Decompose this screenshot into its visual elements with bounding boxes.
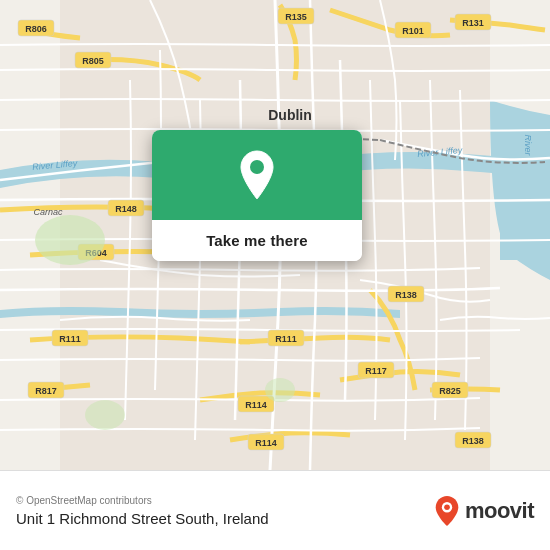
svg-text:River: River bbox=[523, 134, 533, 156]
svg-text:R806: R806 bbox=[25, 24, 47, 34]
location-address: Unit 1 Richmond Street South, Ireland bbox=[16, 510, 269, 527]
popup-header bbox=[152, 130, 362, 220]
svg-point-42 bbox=[265, 378, 295, 402]
svg-text:R135: R135 bbox=[285, 12, 307, 22]
bottom-bar: © OpenStreetMap contributors Unit 1 Rich… bbox=[0, 470, 550, 550]
svg-text:R114: R114 bbox=[245, 400, 267, 410]
svg-point-45 bbox=[444, 504, 450, 510]
svg-point-40 bbox=[35, 215, 105, 265]
svg-text:R817: R817 bbox=[35, 386, 57, 396]
svg-text:R117: R117 bbox=[365, 366, 387, 376]
svg-text:Carnac: Carnac bbox=[33, 207, 63, 217]
svg-text:Dublin: Dublin bbox=[268, 107, 312, 123]
svg-text:R138: R138 bbox=[395, 290, 417, 300]
bottom-left-info: © OpenStreetMap contributors Unit 1 Rich… bbox=[16, 495, 269, 527]
moovit-brand-name: moovit bbox=[465, 498, 534, 524]
svg-text:R805: R805 bbox=[82, 56, 104, 66]
svg-point-43 bbox=[250, 160, 264, 174]
svg-text:R101: R101 bbox=[402, 26, 424, 36]
location-popup: Take me there bbox=[152, 130, 362, 261]
map-container: R806 R805 R131 R101 R135 R148 R604 R111 … bbox=[0, 0, 550, 470]
moovit-logo: moovit bbox=[433, 495, 534, 527]
svg-text:R825: R825 bbox=[439, 386, 461, 396]
moovit-pin-icon bbox=[433, 495, 461, 527]
osm-attribution: © OpenStreetMap contributors bbox=[16, 495, 269, 506]
location-pin-icon bbox=[235, 149, 279, 201]
svg-text:R138: R138 bbox=[462, 436, 484, 446]
svg-text:R111: R111 bbox=[59, 334, 81, 344]
svg-text:R114: R114 bbox=[255, 438, 277, 448]
svg-point-41 bbox=[85, 400, 125, 430]
take-me-there-button[interactable]: Take me there bbox=[152, 220, 362, 261]
svg-text:R111: R111 bbox=[275, 334, 297, 344]
svg-text:R148: R148 bbox=[115, 204, 137, 214]
svg-text:R131: R131 bbox=[462, 18, 484, 28]
